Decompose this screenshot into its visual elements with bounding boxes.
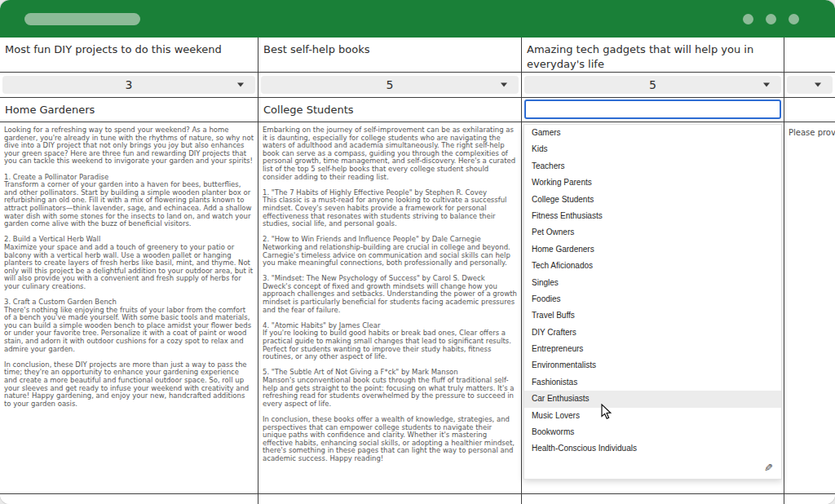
dropdown-option[interactable]: College Students [524,192,781,208]
dropdown-option[interactable]: Fashionistas [524,374,781,391]
audience-label-2[interactable]: College Students [258,98,521,122]
footer-stub-4 [784,494,835,504]
dropdown-option[interactable]: Teachers [524,158,781,175]
audience-cell-3 [522,98,784,122]
dropdown-option[interactable]: Fitness Enthusiasts [524,208,781,224]
count-select-3[interactable]: 5 [524,76,781,94]
dropdown-option[interactable]: Environmentalists [524,357,781,374]
dropdown-edit-row: ✎ [524,458,781,479]
chevron-down-icon [501,83,507,87]
dropdown-option[interactable]: Pet Owners [524,224,781,241]
post-body-2[interactable]: Embarking on the journey of self-improve… [258,122,521,494]
column-tech-gadgets: Amazing tech gadgets that will help you … [522,38,784,504]
dropdown-option[interactable]: Home Gardeners [524,241,781,258]
audience-dropdown: Gamers Kids Teachers Working Parents Col… [524,124,782,480]
column-diy-projects: Most fun DIY projects to do this weekend… [0,38,258,504]
count-select-2[interactable]: 5 [261,76,519,94]
dropdown-option-hovered[interactable]: Car Enthusiasts [524,391,781,407]
dropdown-option[interactable]: Health-Conscious Individuals [524,440,781,457]
dropdown-option[interactable]: Kids [524,141,781,157]
dropdown-option[interactable]: Foodies [524,291,781,307]
post-title-2: Best self-help books [258,38,521,73]
dropdown-option[interactable]: Entrepreneurs [524,341,781,357]
count-select-4[interactable] [787,76,833,94]
edit-pencil-icon[interactable]: ✎ [764,462,773,474]
audience-input[interactable] [524,99,781,119]
post-title-4 [784,38,835,73]
count-cell-4 [784,73,835,98]
column-partial: Please provid [784,38,835,504]
tab-placeholder[interactable] [24,13,140,25]
footer-stub-2 [258,494,521,504]
count-select-1[interactable]: 3 [2,76,255,94]
content-table: Most fun DIY projects to do this weekend… [0,38,835,504]
window-control-dot-2[interactable] [766,14,776,24]
count-value-3: 5 [649,78,656,91]
column-self-help-books: Best self-help books 5 College Students … [258,38,522,504]
count-cell-1: 3 [0,73,258,98]
dropdown-option[interactable]: Bookworms [524,424,781,440]
count-value-1: 3 [126,78,133,91]
count-value-2: 5 [387,78,394,91]
dropdown-option[interactable]: DIY Crafters [524,325,781,341]
window-titlebar [0,0,835,38]
chevron-down-icon [237,83,244,87]
window-control-dot-1[interactable] [743,14,753,24]
footer-stub-1 [0,494,258,504]
post-body-4[interactable]: Please provid [784,122,835,494]
dropdown-option[interactable]: Music Lovers [524,408,781,424]
dropdown-option[interactable]: Working Parents [524,175,781,191]
dropdown-option[interactable]: Gamers [524,125,781,141]
dropdown-option[interactable]: Singles [524,275,781,291]
dropdown-option[interactable]: Tech Aficionados [524,258,781,274]
post-title-1: Most fun DIY projects to do this weekend [0,38,258,73]
count-cell-3: 5 [522,73,784,98]
window-control-dot-3[interactable] [789,14,799,24]
dropdown-option[interactable]: Travel Buffs [524,307,781,324]
app-window: Most fun DIY projects to do this weekend… [0,0,835,504]
post-title-3: Amazing tech gadgets that will help you … [522,38,784,73]
chevron-down-icon [763,83,770,87]
audience-label-4[interactable] [784,98,835,122]
window-controls [743,14,799,24]
count-cell-2: 5 [258,73,521,98]
audience-label-1[interactable]: Home Gardeners [0,98,258,122]
chevron-down-icon [815,83,821,87]
post-body-1[interactable]: Looking for a refreshing way to spend yo… [0,122,258,494]
footer-stub-3 [522,494,784,504]
